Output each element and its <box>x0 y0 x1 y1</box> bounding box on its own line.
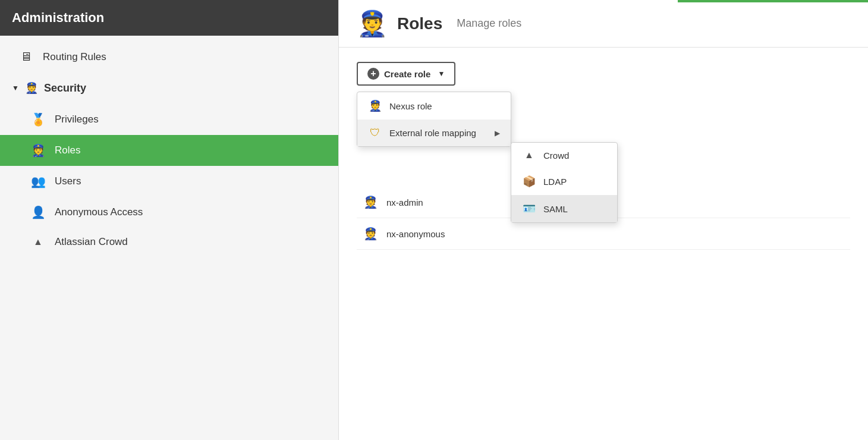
crowd-label: Crowd <box>543 150 569 161</box>
sidebar-item-routing-rules[interactable]: 🖥 Routing Rules <box>0 42 338 72</box>
main-body: + Create role ▼ 👮 Nexus role 🛡 External … <box>339 48 868 264</box>
sidebar-section-security[interactable]: ▼ 👮 Security <box>0 72 338 104</box>
sidebar-item-roles[interactable]: 👮 Roles <box>0 135 338 166</box>
sidebar-header: Administration <box>0 0 338 36</box>
submenu-item-ldap[interactable]: 📦 LDAP <box>511 168 617 195</box>
administration-title: Administration <box>12 10 104 26</box>
ldap-icon: 📦 <box>522 175 536 188</box>
security-arrow-icon: ▼ <box>12 84 19 92</box>
plus-icon: + <box>367 68 379 80</box>
nexus-role-icon: 👮 <box>368 99 382 112</box>
submenu-item-saml[interactable]: 🪪 SAML <box>511 195 617 222</box>
dropdown-arrow-icon: ▼ <box>438 70 445 78</box>
submenu-item-crowd[interactable]: ▲ Crowd <box>511 143 617 168</box>
security-label: Security <box>44 82 86 95</box>
nx-anonymous-label: nx-anonymous <box>386 229 445 239</box>
main-header: 👮 Roles Manage roles <box>339 0 868 48</box>
roles-label: Roles <box>55 144 80 156</box>
anonymous-access-label: Anonymous Access <box>55 206 143 218</box>
roles-header-icon: 👮 <box>357 9 388 38</box>
ldap-label: LDAP <box>543 177 567 187</box>
submenu-arrow-icon: ▶ <box>495 129 500 137</box>
nexus-role-label: Nexus role <box>389 101 432 111</box>
nx-admin-label: nx-admin <box>386 197 423 208</box>
main-content: 👮 Roles Manage roles + Create role ▼ 👮 N… <box>339 0 868 440</box>
saml-label: SAML <box>543 204 568 214</box>
nx-anonymous-icon: 👮 <box>363 227 378 241</box>
users-icon: 👥 <box>30 174 46 188</box>
crowd-icon: ▲ <box>522 150 536 161</box>
saml-icon: 🪪 <box>522 202 536 215</box>
atlassian-crowd-icon: ▲ <box>30 237 46 247</box>
external-role-icon: 🛡 <box>368 127 382 139</box>
page-subtitle: Manage roles <box>457 17 521 30</box>
roles-icon: 👮 <box>30 143 46 158</box>
top-bar <box>678 0 868 2</box>
external-role-label: External role mapping <box>389 128 476 138</box>
routing-rules-label: Routing Rules <box>43 51 106 63</box>
create-role-button[interactable]: + Create role ▼ <box>357 62 455 86</box>
atlassian-crowd-label: Atlassian Crowd <box>55 236 128 248</box>
sidebar: Administration 🖥 Routing Rules ▼ 👮 Secur… <box>0 0 339 440</box>
sidebar-nav: 🖥 Routing Rules ▼ 👮 Security 🏅 Privilege… <box>0 36 338 440</box>
create-role-label: Create role <box>384 69 430 79</box>
privileges-icon: 🏅 <box>30 112 46 127</box>
sidebar-item-atlassian-crowd[interactable]: ▲ Atlassian Crowd <box>0 228 338 256</box>
dropdown-item-nexus-role[interactable]: 👮 Nexus role <box>357 92 511 120</box>
users-label: Users <box>55 175 81 187</box>
sidebar-item-anonymous-access[interactable]: 👤 Anonymous Access <box>0 197 338 228</box>
security-icon: 👮 <box>25 81 38 95</box>
external-role-submenu: ▲ Crowd 📦 LDAP 🪪 SAML <box>511 142 618 223</box>
sidebar-item-privileges[interactable]: 🏅 Privileges <box>0 104 338 135</box>
anonymous-access-icon: 👤 <box>30 205 46 219</box>
sidebar-item-users[interactable]: 👥 Users <box>0 166 338 197</box>
nx-admin-icon: 👮 <box>363 195 378 209</box>
create-role-dropdown: 👮 Nexus role 🛡 External role mapping ▶ ▲… <box>357 92 511 147</box>
routing-rules-icon: 🖥 <box>18 50 34 64</box>
page-title: Roles <box>397 14 442 33</box>
dropdown-item-external-role-mapping[interactable]: 🛡 External role mapping ▶ ▲ Crowd 📦 LDAP <box>357 120 511 146</box>
privileges-label: Privileges <box>55 114 99 125</box>
